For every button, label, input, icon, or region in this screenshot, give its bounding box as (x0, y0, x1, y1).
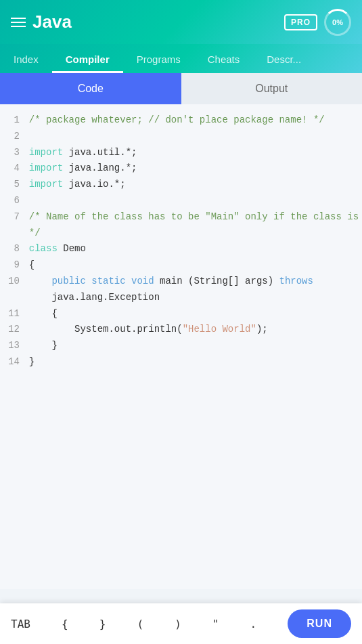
key-dot[interactable]: . (250, 618, 257, 630)
hamburger-icon[interactable] (11, 18, 26, 27)
header-left: Java (11, 12, 72, 33)
code-text[interactable]: /* package whatever; // don't place pack… (25, 104, 362, 589)
header: Java PRO 0% (0, 0, 362, 44)
key-open-paren[interactable]: ( (137, 618, 143, 630)
nav-tabs: Index Compiler Programs Cheats Descr... (0, 44, 362, 73)
toggle-bar: Code Output (0, 73, 362, 104)
key-open-brace[interactable]: { (62, 618, 68, 630)
header-right: PRO 0% (284, 9, 351, 36)
bottom-toolbar: TAB { } ( ) " . RUN (0, 603, 362, 644)
tab-cheats[interactable]: Cheats (194, 44, 254, 73)
pro-badge[interactable]: PRO (284, 14, 317, 30)
tab-programs[interactable]: Programs (123, 44, 194, 73)
progress-label: 0% (332, 18, 343, 26)
line-numbers: 1 2 3 4 5 6 7 8 9 10 11 12 13 14 (0, 104, 25, 589)
key-quote[interactable]: " (212, 618, 219, 630)
progress-circle: 0% (324, 9, 351, 36)
app-title: Java (32, 12, 72, 33)
tab-descr[interactable]: Descr... (253, 44, 315, 73)
key-close-paren[interactable]: ) (175, 618, 181, 630)
output-tab-button[interactable]: Output (181, 73, 363, 104)
tab-compiler[interactable]: Compiler (52, 44, 123, 73)
key-tab[interactable]: TAB (11, 618, 30, 630)
tab-index[interactable]: Index (0, 44, 52, 73)
code-tab-button[interactable]: Code (0, 73, 181, 104)
code-editor[interactable]: 1 2 3 4 5 6 7 8 9 10 11 12 13 14 /* pack… (0, 104, 362, 589)
key-close-brace[interactable]: } (99, 618, 106, 630)
run-button[interactable]: RUN (288, 609, 351, 638)
